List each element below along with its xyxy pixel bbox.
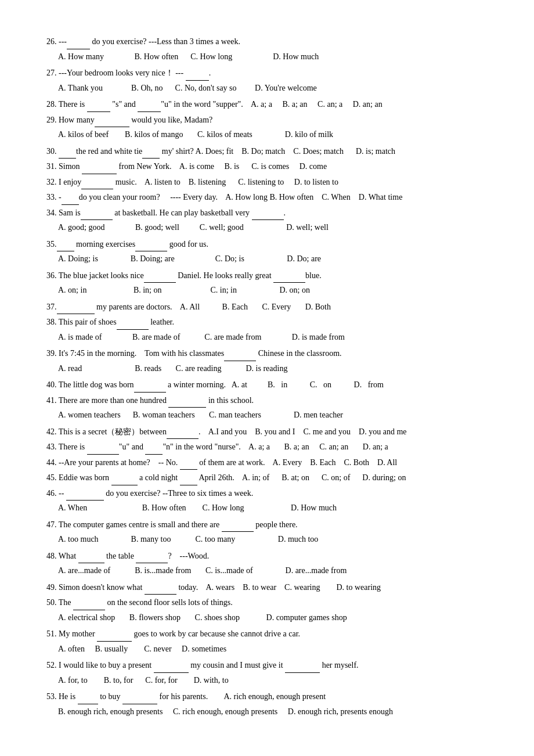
question-48: 48. What the table ? ---Wood. A. are...m… [46,549,499,578]
question-38: 38. This pair of shoes leather. A. is ma… [46,315,499,344]
q33-text: 33. -do you clean your room? ---- Every … [46,190,499,205]
q29-text: 29. How many would you like, Madam? [46,113,499,128]
q47-text: 47. The computer games centre is small a… [46,518,499,532]
q31-text: 31. Simon from New York. A. is come B. i… [46,160,499,174]
q42-text: 42. This is a secret（秘密）between. A.I and… [46,425,499,440]
q35-text: 35. morning exercises good for us. [46,237,499,252]
q35-options: A. Doing; is B. Doing; are C. Do; is D. … [58,252,499,267]
q50-options: A. electrical shop B. flowers shop C. sh… [58,611,499,625]
question-43: 43. There is "u" and "n" in the word "nu… [46,440,499,455]
question-41: 41. There are more than one hundred in t… [46,394,499,423]
question-29: 29. How many would you like, Madam? A. k… [46,113,499,142]
question-49: 49. Simon doesn't know what today. A. we… [46,581,499,595]
q51-options: A. often B. usually C. never D. sometime… [58,642,499,657]
question-26: 26. --- do you exercise? ---Less than 3 … [46,35,499,64]
q40-text: 40. The little dog was born a winter mor… [46,378,499,393]
q28-text: 28. There is "s" and "u" in the word "su… [46,98,499,112]
question-47: 47. The computer games centre is small a… [46,518,499,547]
exam-content: 26. --- do you exercise? ---Less than 3 … [46,35,499,719]
q41-text: 41. There are more than one hundred in t… [46,394,499,408]
q50-text: 50. The on the second floor sells lots o… [46,596,499,610]
q46-text: 46. -- do you exercise? --Three to six t… [46,487,499,501]
q46-options: A. When B. How often C. How long D. How … [58,501,499,516]
question-32: 32. I enjoy music. A. listen to B. liste… [46,175,499,190]
question-36: 36. The blue jacket looks nice Daniel. H… [46,269,499,298]
question-45: 45. Eddie was born a cold night April 26… [46,471,499,485]
q38-text: 38. This pair of shoes leather. [46,315,499,330]
question-31: 31. Simon from New York. A. is come B. i… [46,160,499,174]
question-27: 27. ---Your bedroom looks very nice！ ---… [46,66,499,95]
question-42: 42. This is a secret（秘密）between. A.I and… [46,425,499,440]
question-46: 46. -- do you exercise? --Three to six t… [46,487,499,516]
question-53: 53. He is to buy for his parents. A. ric… [46,690,499,719]
q37-text: 37. my parents are doctors. A. All B. Ea… [46,300,499,315]
q48-options: A. are...made of B. is...made from C. is… [58,564,499,578]
question-30: 30. the red and white tie my' shirt? A. … [46,145,499,159]
question-51: 51. My mother goes to work by car becaus… [46,627,499,656]
q26-text: 26. --- do you exercise? ---Less than 3 … [46,35,499,49]
question-28: 28. There is "s" and "u" in the word "su… [46,98,499,112]
q41-options: A. women teachers B. woman teachers C. m… [58,408,499,423]
q32-text: 32. I enjoy music. A. listen to B. liste… [46,175,499,190]
q38-options: A. is made of B. are made of C. are made… [58,330,499,345]
q30-text: 30. the red and white tie my' shirt? A. … [46,145,499,159]
question-52: 52. I would like to buy a present my cou… [46,658,499,687]
q43-text: 43. There is "u" and "n" in the word "nu… [46,440,499,455]
q36-options: A. on; in B. in; on C. in; in D. on; on [58,283,499,298]
q48-text: 48. What the table ? ---Wood. [46,549,499,564]
q49-text: 49. Simon doesn't know what today. A. we… [46,581,499,595]
q26-options: A. How many B. How often C. How long D. … [58,50,499,64]
q34-text: 34. Sam is at basketball. He can play ba… [46,206,499,221]
question-35: 35. morning exercises good for us. A. Do… [46,237,499,267]
question-37: 37. my parents are doctors. A. All B. Ea… [46,300,499,315]
question-39: 39. It's 7:45 in the morning. Tom with h… [46,347,499,376]
question-33: 33. -do you clean your room? ---- Every … [46,190,499,205]
question-34: 34. Sam is at basketball. He can play ba… [46,206,499,235]
question-44: 44. --Are your parents at home? -- No. o… [46,456,499,470]
question-50: 50. The on the second floor sells lots o… [46,596,499,625]
question-40: 40. The little dog was born a winter mor… [46,378,499,393]
q52-text: 52. I would like to buy a present my cou… [46,658,499,673]
q39-text: 39. It's 7:45 in the morning. Tom with h… [46,347,499,361]
q53-options: B. enough rich, enough presents C. rich … [58,705,499,719]
q27-options: A. Thank you B. Oh, no C. No, don't say … [58,81,499,96]
q36-text: 36. The blue jacket looks nice Daniel. H… [46,269,499,283]
q34-options: A. good; good B. good; well C. well; goo… [58,221,499,235]
q44-text: 44. --Are your parents at home? -- No. o… [46,456,499,470]
q45-text: 45. Eddie was born a cold night April 26… [46,471,499,485]
q47-options: A. too much B. many too C. too many D. m… [58,532,499,547]
q52-options: A. for, to B. to, for C. for, for D. wit… [58,674,499,688]
q27-text: 27. ---Your bedroom looks very nice！ ---… [46,66,499,81]
q39-options: A. read B. reads C. are reading D. is re… [58,362,499,376]
q29-options: A. kilos of beef B. kilos of mango C. ki… [58,128,499,142]
q51-text: 51. My mother goes to work by car becaus… [46,627,499,642]
q53-text: 53. He is to buy for his parents. A. ric… [46,690,499,704]
